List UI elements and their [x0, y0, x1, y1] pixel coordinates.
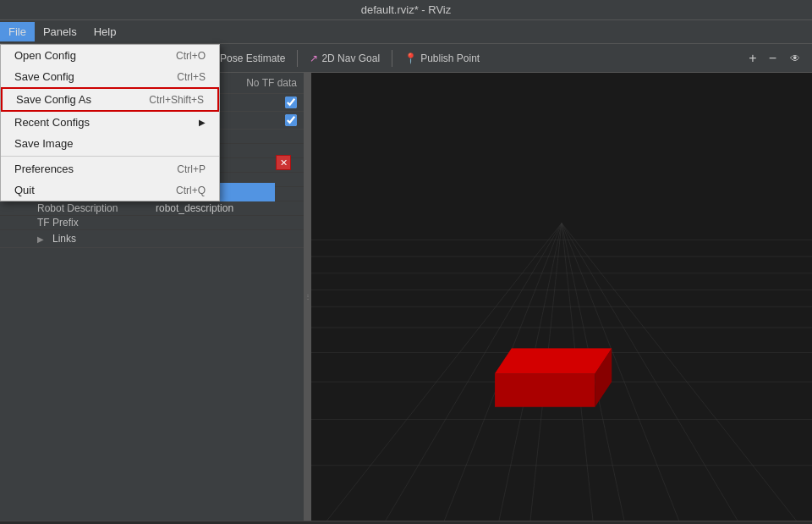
toolbar-sep-4	[392, 50, 392, 67]
panel-resize-handle[interactable]: ⋮	[304, 73, 311, 521]
tf-prefix-label: TF Prefix	[37, 217, 156, 229]
grid-checkbox[interactable]	[285, 97, 297, 108]
menu-panels[interactable]: Panels	[35, 22, 85, 41]
publish-point-button[interactable]: 📍 Publish Point	[398, 50, 486, 67]
remove-display-button[interactable]: −	[764, 51, 782, 66]
tf-prefix-row: TF Prefix	[0, 216, 304, 230]
menu-file[interactable]: File	[0, 22, 35, 41]
menu-preferences[interactable]: Preferences Ctrl+P	[1, 158, 219, 179]
robot-model-checkbox[interactable]	[285, 114, 297, 126]
robot-description-label: Robot Description	[37, 202, 156, 214]
menu-help[interactable]: Help	[85, 22, 125, 41]
viewport[interactable]	[311, 73, 812, 521]
links-expand-icon[interactable]: ▶	[37, 234, 49, 244]
robot-description-value: robot_description	[156, 202, 233, 214]
panel-close-button[interactable]: ✕	[276, 155, 291, 170]
nav-goal-icon: ↗	[310, 52, 318, 64]
svg-rect-0	[311, 73, 812, 521]
toolbar-sep-3	[297, 50, 298, 67]
status-bar: RViz	[0, 521, 812, 524]
menu-save-image[interactable]: Save Image	[1, 133, 219, 154]
menu-save-config[interactable]: Save Config Ctrl+S	[1, 66, 219, 87]
file-dropdown: Open Config Ctrl+O Save Config Ctrl+S Sa…	[0, 44, 220, 201]
menu-recent-configs[interactable]: Recent Configs	[1, 112, 219, 133]
menu-save-config-as[interactable]: Save Config As Ctrl+Shift+S	[1, 87, 219, 112]
title-text: default.rviz* - RViz	[361, 3, 451, 16]
menu-open-config[interactable]: Open Config Ctrl+O	[1, 45, 219, 66]
menu-divider	[1, 156, 219, 157]
menu-quit[interactable]: Quit Ctrl+Q	[1, 179, 219, 201]
publish-point-icon: 📍	[404, 52, 417, 64]
links-row[interactable]: ▶ Links	[0, 230, 304, 248]
camera-view-button[interactable]: 👁	[783, 50, 807, 67]
title-bar: default.rviz* - RViz	[0, 0, 812, 20]
svg-marker-23	[495, 373, 595, 406]
grid-canvas	[311, 73, 812, 521]
links-label: Links	[52, 233, 297, 245]
svg-marker-25	[495, 349, 612, 374]
nav-goal-button[interactable]: ↗ 2D Nav Goal	[303, 50, 387, 67]
menu-bar: File Panels Help Open Config Ctrl+O Save…	[0, 20, 812, 44]
add-display-button[interactable]: +	[743, 51, 761, 66]
fixed-frame-value: No TF data	[246, 77, 297, 89]
robot-description-row: Robot Description robot_description	[0, 201, 304, 216]
